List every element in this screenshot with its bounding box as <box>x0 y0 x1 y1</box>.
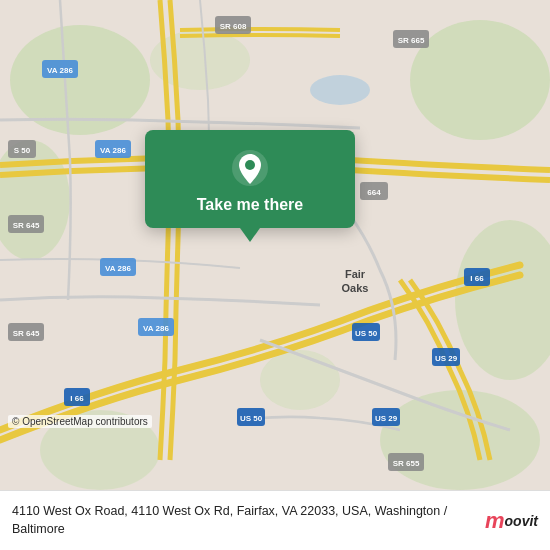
address-text: 4110 West Ox Road, 4110 West Ox Rd, Fair… <box>12 503 477 538</box>
svg-point-3 <box>410 20 550 140</box>
location-pin-icon <box>230 148 270 188</box>
svg-point-5 <box>380 390 540 490</box>
moovit-m-letter: m <box>485 508 505 534</box>
svg-text:Fair: Fair <box>345 268 366 280</box>
osm-text: © OpenStreetMap contributors <box>12 416 148 427</box>
svg-point-7 <box>260 350 340 410</box>
map-container: VA 286 VA 286 VA 286 VA 286 SR 608 SR 66… <box>0 0 550 490</box>
svg-text:SR 645: SR 645 <box>13 329 40 338</box>
take-me-there-button[interactable]: Take me there <box>197 196 303 214</box>
svg-text:Oaks: Oaks <box>342 282 369 294</box>
navigation-popup[interactable]: Take me there <box>145 130 355 228</box>
svg-text:VA 286: VA 286 <box>105 264 131 273</box>
svg-text:S 50: S 50 <box>14 146 31 155</box>
svg-text:664: 664 <box>367 188 381 197</box>
svg-text:SR 665: SR 665 <box>398 36 425 45</box>
svg-text:I 66: I 66 <box>70 394 84 403</box>
moovit-brand-name: oovit <box>505 513 538 529</box>
svg-text:SR 608: SR 608 <box>220 22 247 31</box>
footer: 4110 West Ox Road, 4110 West Ox Rd, Fair… <box>0 490 550 550</box>
svg-point-9 <box>310 75 370 105</box>
svg-text:VA 286: VA 286 <box>143 324 169 333</box>
svg-text:SR 645: SR 645 <box>13 221 40 230</box>
svg-text:VA 286: VA 286 <box>100 146 126 155</box>
osm-attribution: © OpenStreetMap contributors <box>8 415 152 428</box>
svg-text:US 50: US 50 <box>355 329 378 338</box>
svg-point-47 <box>245 160 255 170</box>
svg-text:US 50: US 50 <box>240 414 263 423</box>
svg-text:US 29: US 29 <box>435 354 458 363</box>
svg-text:SR 655: SR 655 <box>393 459 420 468</box>
svg-text:VA 286: VA 286 <box>47 66 73 75</box>
svg-text:I 66: I 66 <box>470 274 484 283</box>
svg-text:US 29: US 29 <box>375 414 398 423</box>
moovit-logo: m oovit <box>485 508 538 534</box>
